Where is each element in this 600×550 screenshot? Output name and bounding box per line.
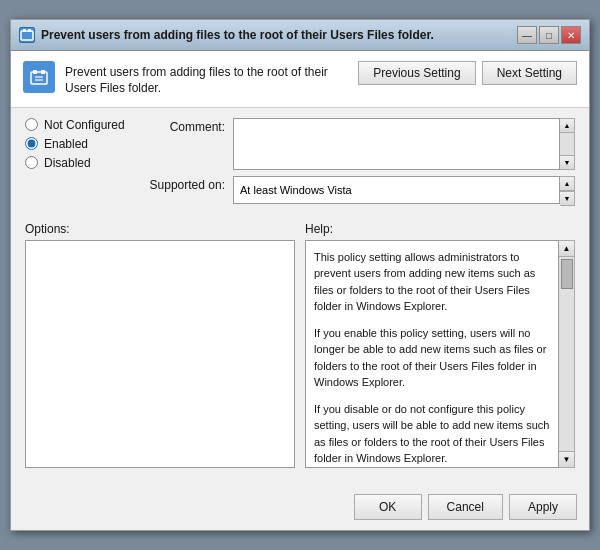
comment-scroll-down[interactable]: ▼ (560, 155, 574, 169)
options-label: Options: (25, 222, 295, 236)
comment-scroll-up[interactable]: ▲ (560, 119, 574, 133)
svg-rect-2 (28, 29, 31, 32)
header-icon (23, 61, 55, 93)
supported-field-group: Supported on: At least Windows Vista ▲ ▼ (145, 176, 575, 206)
radio-disabled[interactable]: Disabled (25, 156, 145, 170)
header-buttons: Previous Setting Next Setting (358, 61, 577, 85)
help-scroll-down[interactable]: ▼ (559, 451, 574, 467)
options-box (25, 240, 295, 468)
window-icon (19, 27, 35, 43)
help-scrollbar: ▲ ▼ (559, 240, 575, 468)
help-paragraph-1: This policy setting allows administrator… (314, 249, 550, 315)
apply-button[interactable]: Apply (509, 494, 577, 520)
radio-disabled-label: Disabled (44, 156, 91, 170)
header-title: Prevent users from adding files to the r… (65, 61, 348, 96)
supported-wrapper: At least Windows Vista ▲ ▼ (233, 176, 575, 206)
svg-rect-5 (41, 70, 45, 74)
supported-field-content: At least Windows Vista ▲ ▼ (233, 176, 575, 206)
help-scroll-up[interactable]: ▲ (559, 241, 574, 257)
supported-scrollbar: ▲ ▼ (560, 176, 575, 206)
footer-buttons: OK Cancel Apply (11, 488, 589, 530)
maximize-button[interactable]: □ (539, 26, 559, 44)
title-bar-left: Prevent users from adding files to the r… (19, 27, 434, 43)
help-box: This policy setting allows administrator… (305, 240, 559, 468)
comment-field-content: ▲ ▼ (233, 118, 575, 170)
help-paragraph-3: If you disable or do not configure this … (314, 401, 550, 467)
radio-not-configured[interactable]: Not Configured (25, 118, 145, 132)
next-setting-button[interactable]: Next Setting (482, 61, 577, 85)
content-area: Not Configured Enabled Disabled Comm (11, 108, 589, 488)
radio-enabled[interactable]: Enabled (25, 137, 145, 151)
supported-label: Supported on: (145, 176, 225, 192)
svg-rect-0 (21, 31, 33, 40)
minimize-button[interactable]: — (517, 26, 537, 44)
comment-label: Comment: (145, 118, 225, 134)
fields-section: Comment: ▲ ▼ Support (145, 118, 575, 214)
supported-scroll-up[interactable]: ▲ (560, 177, 574, 191)
supported-scroll-down[interactable]: ▼ (560, 191, 574, 205)
help-scroll-track (559, 257, 574, 451)
svg-rect-1 (23, 29, 26, 32)
options-column: Options: (25, 222, 295, 468)
comment-scroll-track (560, 133, 574, 155)
title-controls: — □ ✕ (517, 26, 581, 44)
help-scroll-thumb[interactable] (561, 259, 573, 289)
comment-textarea[interactable] (233, 118, 560, 170)
close-button[interactable]: ✕ (561, 26, 581, 44)
ok-button[interactable]: OK (354, 494, 422, 520)
help-label: Help: (305, 222, 575, 236)
help-paragraph-2: If you enable this policy setting, users… (314, 325, 550, 391)
radio-enabled-label: Enabled (44, 137, 88, 151)
help-box-wrapper: This policy setting allows administrator… (305, 240, 575, 468)
header-section: Prevent users from adding files to the r… (11, 51, 589, 107)
radio-disabled-input[interactable] (25, 156, 38, 169)
title-bar: Prevent users from adding files to the r… (11, 20, 589, 51)
radio-enabled-input[interactable] (25, 137, 38, 150)
cancel-button[interactable]: Cancel (428, 494, 503, 520)
svg-rect-4 (33, 70, 37, 74)
main-window: Prevent users from adding files to the r… (10, 19, 590, 530)
radio-section: Not Configured Enabled Disabled (25, 118, 145, 214)
two-col-section: Options: Help: This policy setting allow… (25, 222, 575, 468)
comment-scrollbar: ▲ ▼ (560, 118, 575, 170)
supported-value: At least Windows Vista (233, 176, 560, 204)
comment-wrapper: ▲ ▼ (233, 118, 575, 170)
radio-group: Not Configured Enabled Disabled (25, 118, 145, 170)
comment-field-group: Comment: ▲ ▼ (145, 118, 575, 170)
radio-not-configured-label: Not Configured (44, 118, 125, 132)
previous-setting-button[interactable]: Previous Setting (358, 61, 475, 85)
help-column: Help: This policy setting allows adminis… (305, 222, 575, 468)
radio-not-configured-input[interactable] (25, 118, 38, 131)
window-title: Prevent users from adding files to the r… (41, 28, 434, 42)
